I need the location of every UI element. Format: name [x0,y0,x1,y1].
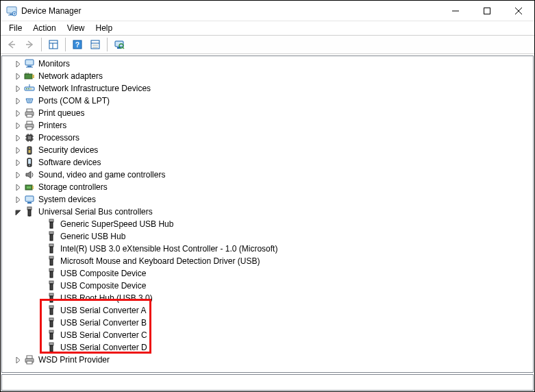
expand-toggle[interactable] [13,182,23,192]
tree-item-generic-hub[interactable]: Generic USB Hub [3,230,533,243]
back-button[interactable] [3,37,20,52]
svg-rect-44 [27,127,32,130]
svg-rect-59 [28,159,31,164]
properties-button[interactable] [45,37,62,52]
expand-toggle[interactable] [13,71,23,81]
svg-point-32 [30,88,32,90]
expand-toggle[interactable] [13,108,23,118]
tree-item-label: Universal Serial Bus controllers [37,207,154,217]
tree-item-ports[interactable]: Ports (COM & LPT) [3,95,533,107]
svg-rect-69 [49,219,53,222]
svg-line-21 [123,47,124,49]
help-button[interactable]: ? [69,37,86,52]
expand-toggle[interactable] [13,133,23,143]
tree-item-composite1[interactable]: USB Composite Device [3,267,533,280]
menubar: File Action View Help [1,21,534,35]
usb-device-icon [46,219,57,230]
tree-item-processors[interactable]: Processors [3,132,533,144]
expand-toggle[interactable] [13,170,23,180]
close-button[interactable] [503,1,534,21]
device-tree[interactable]: Monitors Network adapters Network Infr [1,56,534,373]
tree-item-wsd-print[interactable]: WSD Print Provider [3,354,533,366]
tree-item-ms-mouse-kb[interactable]: Microsoft Mouse and Keyboard Detection D… [3,255,533,267]
tree-item-printers[interactable]: Printers [3,119,533,132]
tree-item-serial-c[interactable]: USB Serial Converter C [3,329,533,341]
svg-rect-75 [49,256,53,259]
usb-device-icon [46,330,57,341]
svg-rect-43 [27,121,32,124]
expand-toggle[interactable] [13,84,23,93]
tree-item-network-infra[interactable]: Network Infrastructure Devices [3,82,533,95]
maximize-button[interactable] [471,1,503,21]
svg-rect-86 [50,321,53,327]
menu-view[interactable]: View [62,22,90,34]
tree-item-intel-xhci[interactable]: Intel(R) USB 3.0 eXtensible Host Control… [3,243,533,255]
sound-icon [24,169,35,180]
menu-action[interactable]: Action [27,22,61,34]
expand-toggle[interactable] [13,158,23,167]
svg-rect-9 [49,40,58,49]
svg-rect-80 [50,284,53,290]
network-infra-icon [24,83,35,94]
svg-rect-66 [27,207,32,210]
usb-device-icon [46,305,57,316]
tree-item-label: USB Serial Converter B [59,318,148,328]
expand-toggle[interactable] [13,195,23,204]
tree-item-composite2[interactable]: USB Composite Device [3,280,533,292]
svg-point-60 [29,164,30,166]
software-device-icon [24,157,35,168]
tree-item-label: Security devices [37,145,99,155]
tree-item-usb-controllers[interactable]: Universal Serial Bus controllers [3,206,533,218]
tree-item-serial-d[interactable]: USB Serial Converter D [3,341,533,354]
tree-item-network-adapters[interactable]: Network adapters [3,70,533,82]
svg-rect-64 [25,196,34,201]
svg-point-31 [28,88,29,90]
svg-point-38 [29,101,30,101]
forward-button[interactable] [21,37,38,52]
tree-item-root-hub[interactable]: USB Root Hub (USB 3.0) [3,292,533,304]
tree-item-serial-a[interactable]: USB Serial Converter A [3,304,533,317]
tree-item-label: WSD Print Provider [37,355,111,365]
svg-rect-25 [25,74,32,79]
show-hidden-button[interactable] [87,37,103,52]
tree-item-serial-b[interactable]: USB Serial Converter B [3,317,533,329]
tree-item-label: Intel(R) USB 3.0 eXtensible Host Control… [59,244,279,254]
tree-item-print-queues[interactable]: Print queues [3,107,533,119]
svg-point-37 [28,101,29,101]
tree-item-storage-controllers[interactable]: Storage controllers [3,181,533,193]
tree-item-sound[interactable]: Sound, video and game controllers [3,169,533,181]
svg-point-36 [30,99,31,100]
tree-item-label: USB Serial Converter C [59,330,149,340]
tree-item-generic-ss-hub[interactable]: Generic SuperSpeed USB Hub [3,218,533,230]
tree-item-monitors[interactable]: Monitors [3,58,533,70]
tree-item-label: USB Serial Converter A [59,306,147,315]
menu-file[interactable]: File [3,22,27,34]
svg-point-30 [26,88,27,90]
svg-rect-46 [28,136,31,139]
minimize-button[interactable] [440,1,471,21]
expand-toggle[interactable] [13,96,23,106]
svg-rect-78 [50,271,53,278]
expand-toggle[interactable] [13,355,23,365]
window-controls [440,1,534,21]
tree-item-security-devices[interactable]: Security devices [3,144,533,156]
expand-toggle[interactable] [13,59,23,69]
expand-toggle[interactable] [13,145,23,155]
tree-item-label: System devices [37,195,97,204]
tree-item-software-devices[interactable]: Software devices [3,156,533,169]
scan-hardware-button[interactable] [111,37,127,52]
tree-item-label: Ports (COM & LPT) [37,96,111,106]
tree-item-label: Generic USB Hub [59,232,127,241]
tree-item-system-devices[interactable]: System devices [3,193,533,206]
usb-device-icon [46,280,57,291]
expand-toggle[interactable] [13,121,23,130]
svg-rect-72 [50,234,53,241]
usb-device-icon [46,231,57,242]
svg-rect-70 [50,222,53,228]
system-device-icon [24,194,35,205]
collapse-toggle[interactable] [13,207,23,217]
usb-device-icon [46,256,57,267]
menu-help[interactable]: Help [90,22,119,34]
tree-item-label: USB Composite Device [59,281,147,291]
tree-item-label: Print queues [37,108,86,118]
